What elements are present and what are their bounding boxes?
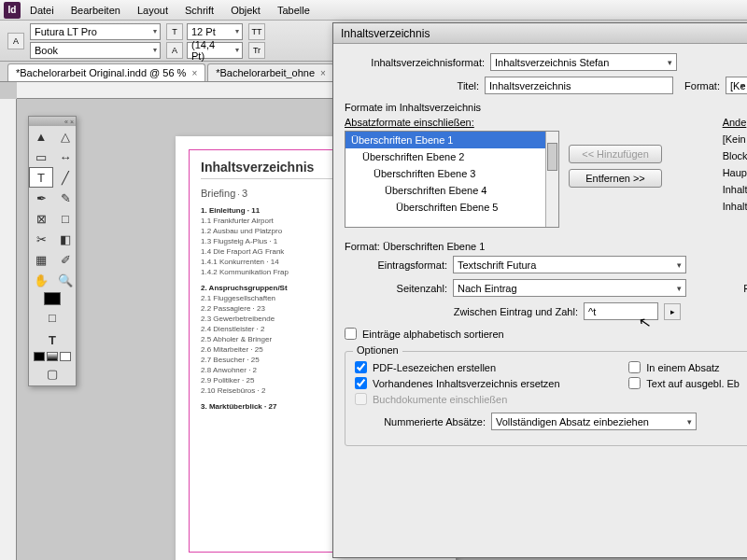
menu-schrift[interactable]: Schrift bbox=[177, 3, 221, 18]
panel-header[interactable]: « × bbox=[29, 117, 76, 126]
replace-toc-checkbox[interactable]: Vorhandenes Inhaltsverzeichnis ersetzen bbox=[355, 375, 591, 391]
tab-label: *Bachelorarbeit Original.indd @ 56 % bbox=[16, 67, 186, 78]
vertical-ruler[interactable] bbox=[0, 99, 17, 560]
font-style-combo[interactable]: Book bbox=[30, 42, 161, 59]
fill-swatch[interactable] bbox=[44, 292, 61, 305]
book-docs-checkbox: Buchdokumente einschließen bbox=[355, 391, 591, 407]
right-f-label: F bbox=[743, 283, 747, 294]
checkbox-icon[interactable] bbox=[355, 361, 367, 373]
alpha-sort-checkbox[interactable]: Einträge alphabetisch sortieren bbox=[345, 326, 747, 342]
app-icon: Id bbox=[4, 2, 21, 19]
absatz-label: Absatzformate einschließen: bbox=[345, 117, 559, 128]
num-absatz-combo[interactable]: Vollständigen Absatz einbeziehen bbox=[491, 413, 697, 430]
scissors-tool[interactable]: ✂ bbox=[29, 229, 53, 249]
zwischen-label: Zwischen Eintrag und Zahl: bbox=[345, 306, 578, 317]
seitenzahl-label: Seitenzahl: bbox=[345, 283, 447, 294]
scrollbar[interactable] bbox=[545, 132, 558, 227]
pen-tool[interactable]: ✒ bbox=[29, 188, 53, 208]
apply-color-icon[interactable] bbox=[34, 352, 45, 361]
titel-label: Titel: bbox=[345, 80, 479, 91]
pencil-tool[interactable]: ✎ bbox=[53, 188, 78, 208]
remove-button[interactable]: Entfernen >> bbox=[569, 169, 662, 188]
text-hidden-checkbox[interactable]: Text auf ausgebl. Eb bbox=[628, 375, 740, 391]
close-icon[interactable]: × bbox=[191, 68, 197, 78]
checkbox-icon bbox=[355, 393, 367, 405]
leading-combo[interactable]: (14,4 Pt) bbox=[187, 42, 243, 59]
list-item[interactable]: Überschriften Ebene 4 bbox=[345, 182, 558, 199]
other-list-item: Inhalt bbox=[723, 181, 747, 198]
menu-bar: Id Datei Bearbeiten Layout Schrift Objek… bbox=[0, 0, 747, 21]
zoom-tool[interactable]: 🔍 bbox=[53, 270, 78, 290]
pdf-bookmark-checkbox[interactable]: PDF-Lesezeichen erstellen bbox=[355, 359, 591, 375]
checkbox-icon[interactable] bbox=[628, 377, 641, 389]
seitenzahl-combo[interactable]: Nach Eintrag bbox=[453, 279, 686, 297]
section-formats-label: Formate im Inhaltsverzeichnis bbox=[345, 102, 747, 113]
list-item[interactable]: Überschriften Ebene 1 bbox=[345, 132, 558, 148]
toc-format-label: Inhaltsverzeichnisformat: bbox=[345, 57, 485, 68]
other-list-item: Haupt bbox=[723, 164, 747, 181]
list-item[interactable]: Überschriften Ebene 2 bbox=[345, 148, 558, 165]
apply-none-icon[interactable] bbox=[60, 352, 71, 361]
document-tab[interactable]: *Bachelorarbeit_ohne × bbox=[207, 63, 334, 81]
options-group: Optionen PDF-Lesezeichen erstellen Vorha… bbox=[345, 351, 747, 446]
gradient-tool[interactable]: ▦ bbox=[29, 249, 53, 270]
special-char-button[interactable]: ▸ bbox=[664, 303, 681, 320]
other-list-item: Block bbox=[723, 147, 747, 164]
font-size-combo[interactable]: 12 Pt bbox=[187, 23, 243, 40]
group-title: Optionen bbox=[353, 344, 402, 356]
screen-mode-icon[interactable]: ▢ bbox=[40, 363, 64, 384]
andere-label: Ande bbox=[723, 117, 747, 128]
page-tool[interactable]: ▭ bbox=[29, 147, 53, 167]
rectangle-tool[interactable]: □ bbox=[53, 208, 78, 229]
tr-button[interactable]: Tr bbox=[248, 42, 265, 59]
format-combo[interactable]: [Ke bbox=[726, 77, 747, 94]
num-absatz-label: Nummerierte Absätze: bbox=[355, 416, 486, 427]
tools-panel: « × ▲ △ ▭ ↔ T ╱ ✒ ✎ ⊠ □ ✂ ◧ ▦ ✐ ✋ 🔍 □ T … bbox=[28, 116, 77, 386]
selection-tool[interactable]: ▲ bbox=[29, 126, 53, 147]
checkbox-icon[interactable] bbox=[628, 361, 641, 373]
gap-tool[interactable]: ↔ bbox=[53, 147, 78, 167]
direct-selection-tool[interactable]: △ bbox=[53, 126, 78, 147]
checkbox-icon[interactable] bbox=[355, 377, 367, 389]
char-format-icon[interactable]: A bbox=[7, 33, 24, 49]
menu-layout[interactable]: Layout bbox=[130, 3, 176, 18]
zwischen-input[interactable]: ^t bbox=[584, 302, 658, 320]
add-button[interactable]: << Hinzufügen bbox=[569, 145, 662, 163]
checkbox-icon[interactable] bbox=[345, 328, 357, 340]
hand-tool[interactable]: ✋ bbox=[29, 270, 53, 290]
other-list-item: [Kein bbox=[723, 131, 747, 147]
eyedropper-tool[interactable]: ✐ bbox=[53, 249, 78, 270]
format-container-icon[interactable]: □ bbox=[40, 307, 64, 328]
rectangle-frame-tool[interactable]: ⊠ bbox=[29, 208, 53, 229]
other-list-item: Inhalt bbox=[723, 198, 747, 215]
apply-gradient-icon[interactable] bbox=[47, 352, 58, 361]
eintragsformat-combo[interactable]: Textschrift Futura bbox=[453, 256, 686, 273]
menu-tabelle[interactable]: Tabelle bbox=[270, 3, 317, 18]
menu-bearbeiten[interactable]: Bearbeiten bbox=[63, 3, 128, 18]
close-icon[interactable]: × bbox=[320, 68, 326, 78]
tab-label: *Bachelorarbeit_ohne bbox=[216, 67, 315, 78]
toc-format-combo[interactable]: Inhaltsverzeichnis Stefan bbox=[490, 53, 677, 71]
include-styles-listbox[interactable]: Überschriften Ebene 1 Überschriften Eben… bbox=[345, 131, 559, 228]
leading-icon: A bbox=[166, 42, 183, 59]
toc-dialog: Inhaltsverzeichnis Inhaltsverzeichnisfor… bbox=[332, 22, 747, 558]
font-size-icon: T bbox=[166, 23, 183, 40]
list-item[interactable]: Überschriften Ebene 3 bbox=[345, 165, 558, 182]
format-text-icon[interactable]: T bbox=[40, 329, 64, 350]
in-einem-absatz-checkbox[interactable]: In einem Absatz bbox=[628, 359, 740, 375]
menu-datei[interactable]: Datei bbox=[22, 3, 62, 18]
menu-objekt[interactable]: Objekt bbox=[223, 3, 268, 18]
titel-input[interactable]: Inhaltsverzeichnis bbox=[485, 77, 673, 94]
line-tool[interactable]: ╱ bbox=[53, 167, 78, 188]
list-item[interactable]: Überschriften Ebene 5 bbox=[345, 199, 558, 216]
font-family-combo[interactable]: Futura LT Pro bbox=[30, 23, 161, 40]
dialog-title[interactable]: Inhaltsverzeichnis bbox=[333, 23, 747, 44]
tt-button[interactable]: TT bbox=[248, 23, 265, 40]
format-heading: Format: Überschriften Ebene 1 bbox=[345, 241, 747, 252]
eintrag-label: Eintragsformat: bbox=[345, 259, 447, 271]
free-transform-tool[interactable]: ◧ bbox=[53, 229, 78, 249]
type-tool[interactable]: T bbox=[29, 167, 53, 188]
document-tab[interactable]: *Bachelorarbeit Original.indd @ 56 % × bbox=[7, 63, 205, 81]
format-label: Format: bbox=[684, 80, 720, 91]
